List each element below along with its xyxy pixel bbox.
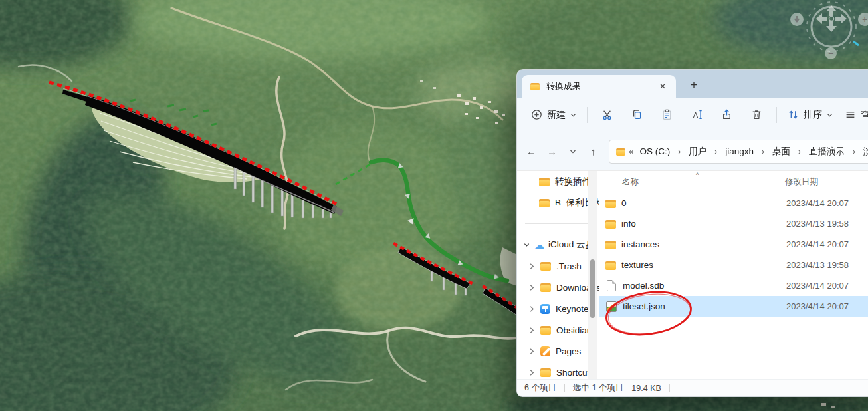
column-header-name[interactable]: 名称 bbox=[599, 176, 785, 188]
chevron-right-icon[interactable] bbox=[528, 369, 535, 376]
file-row[interactable]: info 2023/4/13 19:58 bbox=[599, 213, 868, 234]
sidebar-item-obsidian[interactable]: Obsidian bbox=[517, 319, 599, 341]
sidebar-item-pages[interactable]: Pages bbox=[517, 341, 599, 362]
chevron-down-icon bbox=[827, 112, 833, 118]
up-button[interactable]: ↑ bbox=[583, 146, 603, 157]
sidebar-item-pinned[interactable]: 转换插件 bbox=[517, 171, 599, 192]
file-name: instances bbox=[621, 239, 659, 249]
breadcrumb-item[interactable]: jiangxh bbox=[723, 145, 756, 158]
breadcrumb-item[interactable]: 直播演示 bbox=[807, 144, 847, 159]
cut-button[interactable] bbox=[592, 104, 622, 126]
share-button[interactable] bbox=[712, 104, 742, 126]
selection-count: 选中 1 个项目 bbox=[573, 382, 623, 394]
breadcrumb-separator: › bbox=[675, 147, 684, 156]
sort-ascending-icon: ^ bbox=[696, 172, 699, 178]
back-button[interactable]: ← bbox=[521, 146, 542, 157]
recent-locations-button[interactable] bbox=[562, 148, 583, 154]
file-modified-date: 2023/4/14 20:07 bbox=[785, 301, 849, 311]
json-file-icon bbox=[606, 301, 617, 312]
navigation-pane: 转换插件 B_保利长大 ☁ iCloud 云盘 .Trash bbox=[517, 171, 599, 379]
file-icon bbox=[607, 280, 616, 291]
trash-icon bbox=[751, 109, 762, 120]
folder-icon bbox=[605, 219, 616, 229]
folder-icon bbox=[605, 240, 616, 249]
file-explorer-window: 转换成果 ✕ + 新建 bbox=[516, 69, 868, 397]
chevron-right-icon[interactable] bbox=[528, 327, 535, 334]
view-lines-icon bbox=[845, 109, 856, 120]
copy-button[interactable] bbox=[622, 104, 652, 126]
breadcrumb-separator: › bbox=[795, 147, 804, 156]
chevron-right-icon[interactable] bbox=[528, 348, 535, 355]
copy-icon bbox=[631, 109, 643, 120]
svg-text:A: A bbox=[693, 111, 699, 119]
file-list: ^ 名称 修改日期 0 2023/4/14 20:07 info 2023/4/… bbox=[599, 171, 868, 379]
sidebar-item-trash[interactable]: .Trash bbox=[517, 255, 599, 277]
sidebar-item-downloads[interactable]: Downloads bbox=[517, 277, 599, 298]
tab-title: 转换成果 bbox=[546, 80, 650, 92]
delete-button[interactable] bbox=[742, 104, 772, 126]
new-tab-button[interactable]: + bbox=[684, 75, 704, 95]
explorer-tab[interactable]: 转换成果 ✕ bbox=[522, 75, 676, 98]
items-count: 6 个项目 bbox=[524, 382, 556, 394]
breadcrumb-separator: › bbox=[849, 147, 859, 156]
paste-button[interactable] bbox=[652, 104, 682, 126]
folder-icon bbox=[605, 199, 616, 208]
breadcrumb-item[interactable]: 桌面 bbox=[770, 144, 792, 159]
navigation-bar: ← → ↑ « OS (C:) › 用户 › jiangxh › 桌面 › 直播… bbox=[517, 132, 868, 171]
breadcrumb-item[interactable]: 用户 bbox=[687, 144, 708, 159]
file-name: textures bbox=[621, 260, 653, 270]
svg-text:+: + bbox=[862, 14, 867, 25]
breadcrumb-item[interactable]: OS (C:) bbox=[638, 145, 673, 158]
chevron-right-icon[interactable] bbox=[528, 263, 535, 270]
file-modified-date: 2023/4/14 20:07 bbox=[785, 198, 849, 208]
file-row[interactable]: textures 2023/4/13 19:58 bbox=[599, 255, 868, 275]
address-bar[interactable]: « OS (C:) › 用户 › jiangxh › 桌面 › 直播演示 › 演… bbox=[609, 140, 868, 164]
breadcrumb-item[interactable]: 演示数据 bbox=[861, 144, 868, 159]
chevron-right-icon[interactable] bbox=[528, 284, 535, 291]
file-row-selected[interactable]: tileset.json 2023/4/14 20:07 bbox=[599, 296, 868, 317]
cut-icon bbox=[601, 109, 613, 120]
file-row[interactable]: instances 2023/4/14 20:07 bbox=[599, 234, 868, 255]
sort-button[interactable]: 排序 bbox=[782, 104, 839, 126]
breadcrumb-separator: › bbox=[758, 147, 768, 156]
breadcrumb-overflow[interactable]: « bbox=[629, 146, 635, 156]
sidebar-item-shortcuts[interactable]: Shortcuts bbox=[517, 362, 599, 379]
sidebar-divider bbox=[525, 223, 591, 224]
tab-close-icon[interactable]: ✕ bbox=[656, 82, 669, 91]
sidebar-item-keynote[interactable]: Keynote bbox=[517, 298, 599, 319]
folder-icon bbox=[616, 148, 625, 156]
explorer-content: 转换插件 B_保利长大 ☁ iCloud 云盘 .Trash bbox=[517, 171, 868, 379]
file-name: info bbox=[621, 219, 636, 229]
icloud-icon: ☁ bbox=[534, 240, 544, 250]
new-button[interactable]: 新建 bbox=[525, 104, 582, 126]
sidebar-scrollbar-thumb[interactable] bbox=[590, 259, 595, 318]
status-divider bbox=[669, 384, 670, 392]
file-modified-date: 2023/4/13 19:58 bbox=[785, 219, 849, 229]
folder-icon bbox=[540, 283, 551, 292]
status-bar: 6 个项目 选中 1 个项目 19.4 KB bbox=[517, 379, 868, 396]
file-name: model.sdb bbox=[623, 281, 664, 291]
rename-button[interactable]: A bbox=[682, 104, 712, 126]
chevron-down-icon bbox=[570, 148, 576, 154]
folder-icon bbox=[530, 82, 540, 90]
chevron-down-icon bbox=[570, 112, 576, 118]
chevron-right-icon[interactable] bbox=[528, 305, 535, 313]
view-button[interactable]: 查看 bbox=[839, 104, 868, 126]
chevron-expanded-icon[interactable] bbox=[523, 241, 530, 249]
keynote-icon bbox=[540, 304, 550, 314]
file-name: tileset.json bbox=[623, 301, 665, 311]
forward-button[interactable]: → bbox=[542, 146, 562, 157]
file-modified-date: 2023/4/14 20:07 bbox=[785, 281, 849, 291]
file-row[interactable]: 0 2023/4/14 20:07 bbox=[599, 193, 868, 213]
status-divider bbox=[564, 384, 565, 392]
command-bar: 新建 A bbox=[517, 98, 868, 132]
folder-icon bbox=[539, 177, 550, 186]
column-header-modified[interactable]: 修改日期 bbox=[785, 176, 818, 188]
file-row[interactable]: model.sdb 2023/4/14 20:07 bbox=[599, 275, 868, 296]
column-divider[interactable] bbox=[780, 176, 780, 188]
sidebar-item-pinned[interactable]: B_保利长大 bbox=[517, 192, 599, 213]
sidebar-item-icloud[interactable]: ☁ iCloud 云盘 bbox=[517, 234, 599, 255]
folder-icon bbox=[539, 198, 550, 207]
tilt-button[interactable] bbox=[790, 13, 804, 26]
zoom-out-button[interactable]: − bbox=[825, 47, 837, 59]
